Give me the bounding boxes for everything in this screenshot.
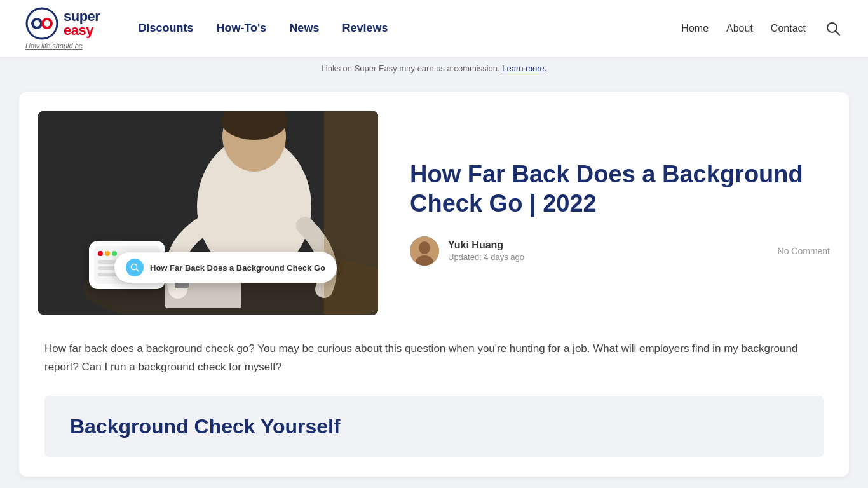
article-meta: How Far Back Does a Background Check Go …: [410, 160, 830, 265]
search-circle-icon: [126, 259, 144, 276]
dot-red: [98, 251, 103, 256]
nav-reviews[interactable]: Reviews: [342, 22, 388, 35]
right-navigation: Home About Contact: [681, 19, 843, 38]
search-small-icon: [130, 263, 139, 272]
nav-contact[interactable]: Contact: [771, 23, 806, 34]
learn-more-link[interactable]: Learn more.: [502, 64, 546, 73]
logo-area[interactable]: super easy How life should be: [25, 7, 100, 50]
dot-yellow: [105, 251, 110, 256]
svg-line-6: [836, 31, 840, 35]
author-info: Yuki Huang Updated: 4 days ago: [410, 236, 524, 266]
dot-green: [112, 251, 117, 256]
article-hero: How Far Back Does a Background Check Go …: [38, 111, 830, 315]
svg-rect-17: [324, 111, 378, 315]
svg-line-19: [137, 269, 139, 272]
nav-home[interactable]: Home: [681, 23, 709, 34]
logo-text: super easy: [64, 10, 100, 37]
article-body: How far back does a background check go?…: [38, 340, 830, 458]
site-header: super easy How life should be Discounts …: [0, 0, 868, 57]
logo-mark: super easy: [25, 7, 100, 40]
logo-tagline: How life should be: [25, 42, 83, 50]
author-details: Yuki Huang Updated: 4 days ago: [448, 240, 524, 262]
nav-news[interactable]: News: [289, 22, 319, 35]
logo-icon: [25, 7, 58, 40]
svg-point-2: [34, 20, 40, 27]
article-featured-image: How Far Back Does a Background Check Go: [38, 111, 378, 315]
comment-count: No Comment: [778, 246, 830, 256]
nav-howtos[interactable]: How-To's: [216, 22, 266, 35]
search-button[interactable]: [824, 19, 843, 38]
section-box: Background Check Yourself: [44, 396, 824, 458]
author-avatar: [410, 236, 439, 266]
nav-discounts[interactable]: Discounts: [138, 22, 193, 35]
author-name: Yuki Huang: [448, 240, 524, 251]
article-title: How Far Back Does a Background Check Go …: [410, 160, 830, 218]
logo-super-text: super: [64, 10, 100, 24]
search-icon: [826, 22, 840, 36]
nav-about[interactable]: About: [726, 23, 753, 34]
section-box-title: Background Check Yourself: [70, 415, 798, 438]
image-search-overlay: How Far Back Does a Background Check Go: [114, 252, 337, 283]
author-updated: Updated: 4 days ago: [448, 252, 524, 262]
svg-point-4: [44, 20, 50, 27]
search-overlay-text: How Far Back Does a Background Check Go: [150, 263, 325, 273]
article-card: How Far Back Does a Background Check Go …: [19, 92, 849, 477]
author-row: Yuki Huang Updated: 4 days ago No Commen…: [410, 236, 830, 266]
svg-point-5: [827, 23, 837, 32]
commission-notice: Links on Super Easy may earn us a commis…: [0, 57, 868, 79]
main-navigation: Discounts How-To's News Reviews: [138, 22, 681, 35]
svg-point-21: [419, 241, 430, 254]
avatar-image: [410, 236, 439, 266]
commission-text: Links on Super Easy may earn us a commis…: [322, 64, 547, 73]
background-scene-svg: [38, 111, 378, 315]
article-intro: How far back does a background check go?…: [44, 340, 824, 377]
logo-easy-text: easy: [64, 24, 100, 37]
